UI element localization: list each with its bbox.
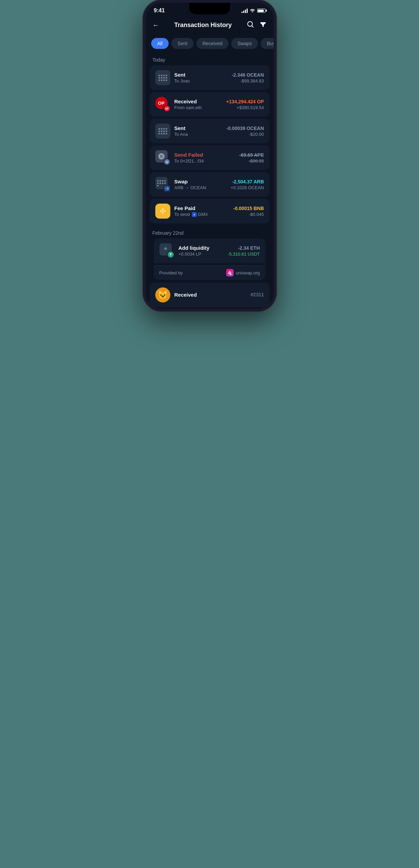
tx-icon-liquidity: ₮ (159, 243, 174, 258)
tx-subtitle: ARB → OCEAN (174, 185, 227, 190)
uniswap-icon: 🦄 (226, 269, 234, 276)
tx-amount-secondary: +$390,519.54 (226, 105, 264, 110)
tx-title: Swap (174, 179, 227, 184)
tx-title: Sent (174, 125, 222, 131)
list-item-bottom[interactable]: 🐱 Received #2311 (150, 283, 270, 307)
battery-icon (257, 9, 265, 13)
tab-received[interactable]: Received (196, 38, 228, 49)
tx-amount-secondary: -5,310.61 USDT (228, 251, 260, 257)
provided-by-label: Provided by (159, 270, 183, 275)
list-item[interactable]: ₮ Add liquidity +0.0034 LP -2.34 ETH -5,… (154, 238, 265, 263)
tx-amounts: -0.00015 BNB -$0.045 (233, 206, 264, 217)
tx-info: Send Failed To 0×2f21...f34 (174, 152, 235, 164)
list-item[interactable]: Send Failed To 0×2f21...f34 -69.69 APE -… (150, 145, 270, 170)
tx-subtitle: To Joao (174, 78, 228, 83)
tx-title: Add liquidity (179, 245, 224, 251)
tab-buy[interactable]: Buy (261, 38, 273, 49)
tab-swaps[interactable]: Swaps (231, 38, 258, 49)
tx-amount-secondary: -$0.045 (233, 212, 264, 217)
filter-icon[interactable] (260, 21, 266, 29)
tx-icon-op: OP OP (155, 97, 170, 112)
list-item[interactable]: Fee Paid To send ▲ GMX -0.00015 BNB -$0.… (150, 199, 270, 223)
back-button[interactable]: ← (153, 21, 159, 29)
tx-amounts: #2311 (251, 292, 264, 298)
page-title: Transaction History (174, 22, 232, 29)
phone-frame: 9:41 ← Transaction History (143, 0, 276, 311)
tx-icon-ape (155, 150, 170, 165)
status-icons (241, 8, 265, 13)
list-item[interactable]: Sent To Joao -2.346 OCEAN -$99,364.83 (150, 65, 270, 90)
transaction-list: Sent To Joao -2.346 OCEAN -$99,364.83 OP… (146, 65, 274, 223)
tx-title: Send Failed (174, 152, 235, 158)
tx-info: Received (174, 292, 247, 298)
tx-icon-bnb (155, 204, 170, 219)
tx-amount-secondary: -$99,364.83 (232, 78, 264, 83)
search-icon[interactable] (247, 21, 254, 30)
tab-sent[interactable]: Sent (171, 38, 194, 49)
tx-info: Received From sam.eth (174, 99, 222, 110)
tx-amount-secondary: -$20.00 (226, 132, 264, 137)
tx-subtitle: To Ana (174, 132, 222, 137)
header-icons (247, 21, 266, 30)
list-item[interactable]: Swap ARB → OCEAN -2,504.37 ARB +0.1028 O… (150, 172, 270, 197)
tx-icon-critter: 🐱 (155, 287, 170, 302)
tx-icon-ocean2 (155, 124, 170, 139)
transaction-list-feb22: ₮ Add liquidity +0.0034 LP -2.34 ETH -5,… (146, 238, 274, 280)
tx-info: Sent To Joao (174, 72, 228, 83)
provided-by-name: uniswap.org (236, 270, 260, 275)
svg-line-1 (252, 26, 254, 28)
tx-amount-primary: +134,294.424 OP (226, 99, 264, 104)
status-time: 9:41 (154, 8, 165, 14)
notch (189, 3, 230, 14)
tx-title: Received (174, 292, 247, 298)
signal-icon (241, 9, 248, 13)
filter-tabs: All Sent Received Swaps Buy Se... (146, 35, 274, 54)
tx-info: Sent To Ana (174, 125, 222, 137)
tx-amounts: -2.34 ETH -5,310.61 USDT (228, 245, 260, 257)
tx-info: Fee Paid To send ▲ GMX (174, 205, 230, 217)
list-item[interactable]: OP OP Received From sam.eth +134,294.424… (150, 92, 270, 117)
provided-by-row: Provided by 🦄 uniswap.org (154, 265, 265, 280)
tx-amount-primary: -0.00039 OCEAN (226, 126, 264, 131)
tx-amounts: -0.00039 OCEAN -$20.00 (226, 126, 264, 137)
tx-amounts: -2.346 OCEAN -$99,364.83 (232, 72, 264, 83)
wifi-icon (250, 8, 255, 13)
tx-amount-primary: -2,504.37 ARB (231, 179, 264, 184)
tx-title: Fee Paid (174, 205, 230, 211)
tx-title: Sent (174, 72, 228, 78)
list-item[interactable]: Sent To Ana -0.00039 OCEAN -$20.00 (150, 119, 270, 143)
section-today-label: Today (146, 54, 274, 65)
tx-subtitle: To send ▲ GMX (174, 212, 230, 217)
tx-subtitle: To 0×2f21...f34 (174, 158, 235, 164)
tx-title: Received (174, 99, 222, 104)
tab-all[interactable]: All (151, 38, 169, 49)
header: ← Transaction History (146, 16, 274, 35)
tx-amount-secondary: -$96.55 (239, 158, 264, 164)
tx-amount-primary: -2.346 OCEAN (232, 72, 264, 78)
tx-id: #2311 (251, 292, 264, 297)
tx-amounts: -2,504.37 ARB +0.1028 OCEAN (231, 179, 264, 190)
tx-subtitle: From sam.eth (174, 105, 222, 110)
tx-amounts: +134,294.424 OP +$390,519.54 (226, 99, 264, 110)
tx-amount-primary: -69.69 APE (239, 152, 264, 158)
section-feb22-label: February 22nd (146, 228, 274, 238)
tx-icon-swap (155, 177, 170, 192)
tx-icon-ocean (155, 70, 170, 85)
tx-amount-primary: -2.34 ETH (228, 245, 260, 251)
tx-amounts: -69.69 APE -$96.55 (239, 152, 264, 164)
tx-amount-secondary: +0.1028 OCEAN (231, 185, 264, 190)
tx-subtitle: +0.0034 LP (179, 251, 224, 257)
provided-by-source: 🦄 uniswap.org (226, 269, 260, 276)
tx-amount-primary: -0.00015 BNB (233, 206, 264, 211)
svg-point-0 (248, 22, 252, 26)
tx-info: Swap ARB → OCEAN (174, 179, 227, 190)
tx-info: Add liquidity +0.0034 LP (179, 245, 224, 257)
